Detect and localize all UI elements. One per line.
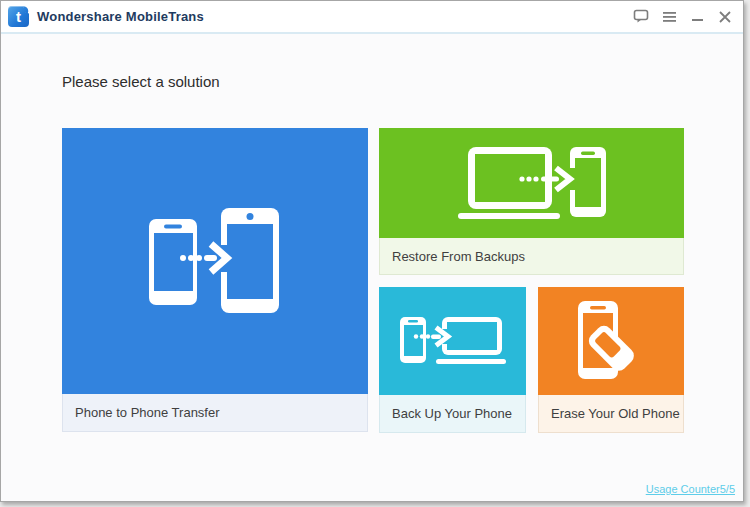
tile-back-up-your-phone[interactable]: Back Up Your Phone bbox=[379, 287, 526, 433]
minimize-icon bbox=[692, 11, 703, 23]
minimize-button[interactable] bbox=[689, 9, 705, 25]
phone-eraser-icon bbox=[538, 287, 684, 395]
titlebar: t Wondershare MobileTrans bbox=[1, 1, 743, 34]
page-title: Please select a solution bbox=[62, 73, 220, 90]
window-controls bbox=[633, 9, 733, 25]
menu-button[interactable] bbox=[661, 9, 677, 25]
computer-to-phone-icon bbox=[379, 128, 684, 238]
tile-erase-your-old-phone[interactable]: Erase Your Old Phone bbox=[538, 287, 684, 433]
tile-label: Erase Your Old Phone bbox=[538, 395, 684, 433]
tile-label: Phone to Phone Transfer bbox=[62, 394, 368, 432]
app-logo-letter: t bbox=[16, 8, 21, 25]
speech-bubble-icon bbox=[633, 9, 649, 24]
feedback-button[interactable] bbox=[633, 9, 649, 25]
tile-phone-to-phone-transfer[interactable]: Phone to Phone Transfer bbox=[62, 128, 368, 432]
hamburger-icon bbox=[663, 11, 676, 23]
app-title: Wondershare MobileTrans bbox=[37, 9, 204, 24]
phone-to-computer-icon bbox=[379, 287, 526, 395]
tile-label: Back Up Your Phone bbox=[379, 395, 526, 433]
app-logo-icon: t bbox=[8, 6, 29, 27]
tile-label: Restore From Backups bbox=[379, 238, 684, 275]
app-window: t Wondershare MobileTrans bbox=[0, 0, 744, 502]
usage-counter-link[interactable]: Usage Counter5/5 bbox=[646, 483, 735, 495]
close-button[interactable] bbox=[717, 9, 733, 25]
close-icon bbox=[719, 11, 731, 23]
tile-restore-from-backups[interactable]: Restore From Backups bbox=[379, 128, 684, 275]
phone-to-phone-icon bbox=[62, 128, 368, 394]
